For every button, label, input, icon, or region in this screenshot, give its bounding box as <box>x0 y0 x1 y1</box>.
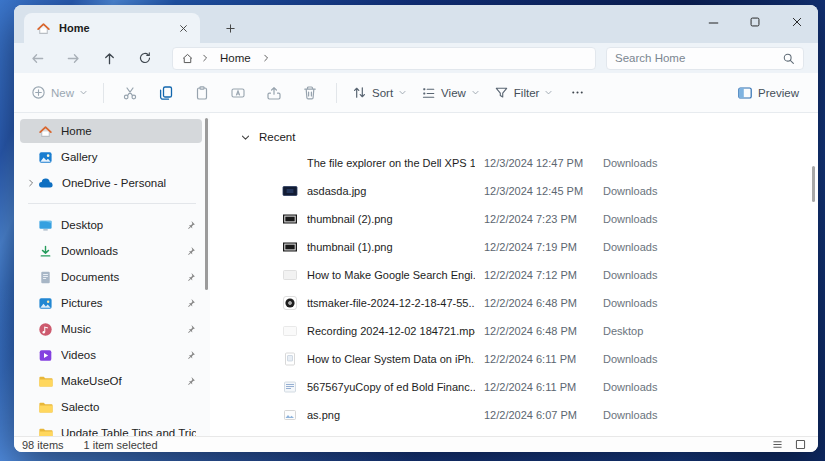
file-name: How to Make Google Search Engi... <box>307 269 475 281</box>
ellipsis-icon <box>570 85 585 100</box>
content-area: HomeGalleryOneDrive - PersonalDesktopDow… <box>14 113 818 436</box>
sidebar-item-desktop[interactable]: Desktop <box>20 213 202 237</box>
maximize-button[interactable] <box>734 5 776 39</box>
sidebar-item-home[interactable]: Home <box>20 119 202 143</box>
downloads-icon <box>38 244 53 259</box>
view-icon <box>421 85 436 100</box>
sidebar-item-label: Home <box>61 125 196 137</box>
sidebar-item-label: Documents <box>61 271 185 283</box>
large-icons-view-button[interactable] <box>793 438 808 452</box>
file-date-modified: 12/2/2024 6:07 PM <box>484 409 594 421</box>
pin-icon <box>185 220 196 231</box>
sidebar-item-makeuseof[interactable]: MakeUseOf <box>20 369 202 393</box>
minimize-button[interactable] <box>692 5 734 39</box>
filelist-scrollbar[interactable] <box>812 166 815 202</box>
minimize-icon <box>706 15 721 30</box>
window-controls <box>692 5 818 39</box>
file-row[interactable]: asdasda.jpg12/3/2024 12:45 PMDownloads <box>282 177 818 205</box>
chevron-right-icon <box>261 53 271 63</box>
folder-icon <box>38 426 53 437</box>
refresh-button[interactable] <box>132 46 158 70</box>
filter-label: Filter <box>514 87 540 99</box>
pin-icon <box>185 298 196 309</box>
file-name: How to Clear System Data on iPh... <box>307 353 475 365</box>
gallery-icon <box>38 150 53 165</box>
sidebar-item-salecto[interactable]: Salecto <box>20 395 202 419</box>
navigation-bar: Home <box>14 43 818 73</box>
preview-toggle-button[interactable]: Preview <box>730 80 806 106</box>
file-name: The file explorer on the Dell XPS 1... <box>307 157 475 169</box>
sidebar-item-music[interactable]: Music <box>20 317 202 341</box>
file-date-modified: 12/2/2024 6:48 PM <box>484 297 594 309</box>
file-date-modified: 12/2/2024 7:12 PM <box>484 269 594 281</box>
more-options-button[interactable] <box>560 80 595 105</box>
file-location: Downloads <box>603 241 818 253</box>
filter-button[interactable]: Filter <box>487 80 561 105</box>
file-row[interactable]: Recording 2024-12-02 184721.mp412/2/2024… <box>282 317 818 345</box>
file-row[interactable]: thumbnail (1).png12/2/2024 7:19 PMDownlo… <box>282 233 818 261</box>
file-location: Downloads <box>603 185 818 197</box>
file-row[interactable]: How to Clear System Data on iPh...12/2/2… <box>282 345 818 373</box>
tab-close-button[interactable] <box>174 19 192 37</box>
toolbar-separator <box>103 83 104 103</box>
close-icon <box>790 15 804 29</box>
file-list-pane: Recent The file explorer on the Dell XPS… <box>210 113 818 436</box>
share-button[interactable] <box>256 80 292 106</box>
sidebar-divider <box>28 203 196 204</box>
navigation-pane: HomeGalleryOneDrive - PersonalDesktopDow… <box>14 113 210 436</box>
close-icon <box>178 23 189 34</box>
sidebar-item-downloads[interactable]: Downloads <box>20 239 202 263</box>
sidebar-item-update-table-tips-and-tricks-in-wor[interactable]: Update Table Tips and Tricks in Wor <box>20 421 202 436</box>
up-button[interactable] <box>96 46 122 70</box>
search-input[interactable] <box>615 52 782 64</box>
paste-button[interactable] <box>184 80 220 106</box>
cut-button[interactable] <box>112 80 148 106</box>
sidebar-scrollbar[interactable] <box>205 118 208 290</box>
file-thumbnail-doc-light-icon <box>282 267 298 283</box>
file-row[interactable]: ttsmaker-file-2024-12-2-18-47-55...12/2/… <box>282 289 818 317</box>
rename-button[interactable] <box>220 80 256 106</box>
new-button[interactable]: New <box>24 80 95 105</box>
collapse-group-icon[interactable] <box>240 132 251 143</box>
breadcrumb[interactable]: Home <box>172 47 596 70</box>
sidebar-item-onedrive-personal[interactable]: OneDrive - Personal <box>20 171 202 195</box>
file-row[interactable]: thumbnail (2).png12/2/2024 7:23 PMDownlo… <box>282 205 818 233</box>
close-button[interactable] <box>776 5 818 39</box>
music-icon <box>38 322 53 337</box>
chevron-down-icon <box>544 88 553 97</box>
plus-icon <box>224 22 237 35</box>
file-row[interactable]: The file explorer on the Dell XPS 1...12… <box>282 149 818 177</box>
delete-button[interactable] <box>292 80 328 106</box>
plus-circle-icon <box>31 85 46 100</box>
sidebar-item-videos[interactable]: Videos <box>20 343 202 367</box>
sidebar-item-gallery[interactable]: Gallery <box>20 145 202 169</box>
tab-home[interactable]: Home <box>24 13 200 43</box>
expand-chevron-icon[interactable] <box>24 178 38 188</box>
forward-button[interactable] <box>60 46 86 70</box>
filter-icon <box>494 85 509 100</box>
file-thumbnail-image-framed-icon <box>282 239 298 255</box>
sort-button[interactable]: Sort <box>345 80 414 105</box>
sidebar-item-label: Salecto <box>61 401 196 413</box>
file-date-modified: 12/2/2024 7:19 PM <box>484 241 594 253</box>
desktop-wallpaper: { "window": { "tab": { "title": "Home" }… <box>0 0 825 461</box>
back-button[interactable] <box>24 46 50 70</box>
new-tab-button[interactable] <box>218 16 242 40</box>
copy-icon <box>158 85 174 101</box>
file-location: Downloads <box>603 409 818 421</box>
copy-button[interactable] <box>148 80 184 106</box>
list-view-icon <box>771 438 784 451</box>
view-button[interactable]: View <box>414 80 487 105</box>
file-row[interactable]: 567567yuCopy of ed Bold Financ...12/2/20… <box>282 373 818 401</box>
file-row[interactable]: as.png12/2/2024 6:07 PMDownloads <box>282 401 818 429</box>
file-date-modified: 12/3/2024 12:45 PM <box>484 185 594 197</box>
file-row[interactable]: How to Make Google Search Engi...12/2/20… <box>282 261 818 289</box>
sidebar-item-documents[interactable]: Documents <box>20 265 202 289</box>
item-count: 98 items <box>22 439 64 451</box>
up-arrow-icon <box>102 51 117 66</box>
file-location: Downloads <box>603 381 818 393</box>
details-view-button[interactable] <box>770 438 785 452</box>
breadcrumb-segment-home[interactable]: Home <box>216 51 255 65</box>
documents-icon <box>38 270 53 285</box>
sidebar-item-pictures[interactable]: Pictures <box>20 291 202 315</box>
